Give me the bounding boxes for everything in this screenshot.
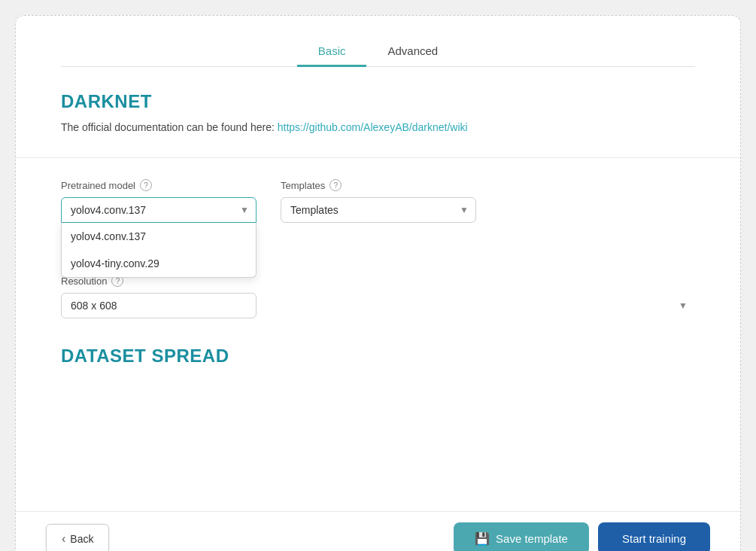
- templates-help-icon[interactable]: ?: [329, 179, 342, 191]
- dropdown-item-yolov4-tiny[interactable]: yolov4-tiny.conv.29: [62, 250, 256, 277]
- bottom-bar: ‹ Back 💾 Save template Start training: [16, 511, 740, 551]
- pretrained-model-menu: yolov4.conv.137 yolov4-tiny.conv.29: [61, 223, 257, 278]
- templates-dropdown[interactable]: Templates ▼: [281, 197, 476, 223]
- tab-basic[interactable]: Basic: [297, 37, 367, 67]
- start-training-button[interactable]: Start training: [598, 522, 710, 551]
- resolution-select[interactable]: 416 x 416 608 x 608 832 x 832: [61, 293, 257, 318]
- save-icon: 💾: [475, 531, 490, 546]
- resolution-group: Resolution ? 416 x 416 608 x 608 832 x 8…: [61, 275, 695, 318]
- pretrained-model-group: Pretrained model ? yolov4.conv.137 yolov…: [61, 179, 257, 223]
- templates-label: Templates ?: [281, 179, 476, 191]
- back-arrow-icon: ‹: [62, 532, 65, 546]
- pretrained-model-label: Pretrained model ?: [61, 179, 257, 191]
- resolution-arrow-icon: ▼: [679, 300, 688, 311]
- doc-text: The official documentation can be found …: [61, 121, 695, 133]
- templates-select[interactable]: Templates: [281, 197, 476, 223]
- dropdown-item-yolov4[interactable]: yolov4.conv.137: [62, 223, 256, 250]
- pretrained-model-help-icon[interactable]: ?: [140, 179, 152, 191]
- templates-group: Templates ? Templates ▼: [281, 179, 476, 223]
- pretrained-model-dropdown[interactable]: yolov4.conv.137 yolov4-tiny.conv.29 ▼ yo…: [61, 197, 257, 223]
- dataset-spread-title: DATASET SPREAD: [61, 346, 695, 367]
- save-template-button[interactable]: 💾 Save template: [454, 522, 589, 551]
- tab-advanced[interactable]: Advanced: [366, 37, 459, 67]
- back-button[interactable]: ‹ Back: [46, 524, 109, 552]
- content-area: DARKNET The official documentation can b…: [16, 67, 740, 551]
- divider: [16, 157, 740, 158]
- pretrained-model-select[interactable]: yolov4.conv.137 yolov4-tiny.conv.29: [61, 197, 257, 223]
- resolution-dropdown[interactable]: 416 x 416 608 x 608 832 x 832 ▼: [61, 293, 695, 318]
- tabs-row: Basic Advanced: [61, 16, 695, 67]
- main-container: Basic Advanced DARKNET The official docu…: [15, 15, 741, 551]
- doc-link[interactable]: https://github.com/AlexeyAB/darknet/wiki: [278, 121, 468, 133]
- darknet-title: DARKNET: [61, 91, 695, 112]
- form-row-pretrained: Pretrained model ? yolov4.conv.137 yolov…: [61, 179, 695, 223]
- action-buttons: 💾 Save template Start training: [454, 522, 710, 551]
